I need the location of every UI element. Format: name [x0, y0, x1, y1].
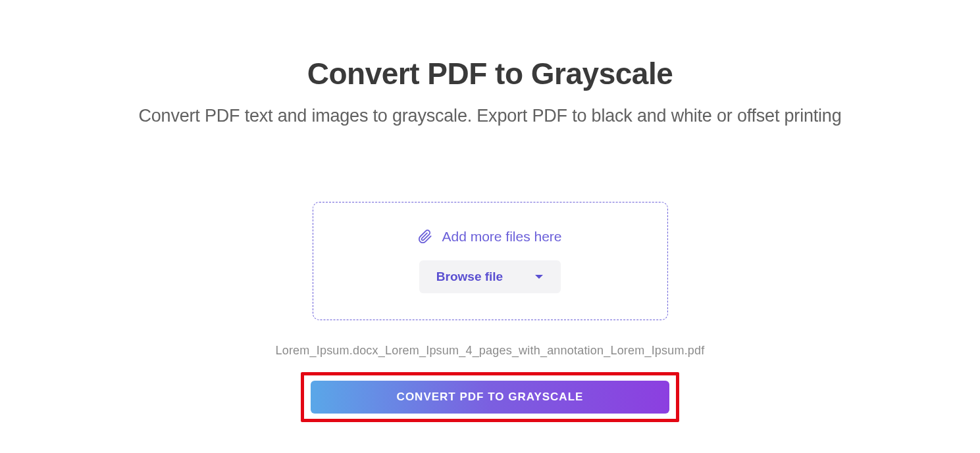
add-more-files-label: Add more files here [442, 229, 561, 245]
uploaded-filename: Lorem_Ipsum.docx_Lorem_Ipsum_4_pages_wit… [276, 344, 705, 358]
file-dropzone[interactable]: Add more files here Browse file [313, 202, 668, 320]
page-subtitle: Convert PDF text and images to grayscale… [138, 106, 841, 126]
page-container: Convert PDF to Grayscale Convert PDF tex… [0, 0, 980, 422]
convert-pdf-button[interactable]: CONVERT PDF TO GRAYSCALE [311, 381, 669, 414]
page-title: Convert PDF to Grayscale [307, 56, 673, 91]
paperclip-icon [418, 229, 432, 244]
add-more-files-row[interactable]: Add more files here [418, 229, 561, 245]
convert-button-highlight: CONVERT PDF TO GRAYSCALE [301, 372, 679, 422]
browse-file-button[interactable]: Browse file [419, 260, 561, 293]
chevron-down-icon [534, 274, 544, 280]
browse-file-label: Browse file [436, 270, 503, 284]
